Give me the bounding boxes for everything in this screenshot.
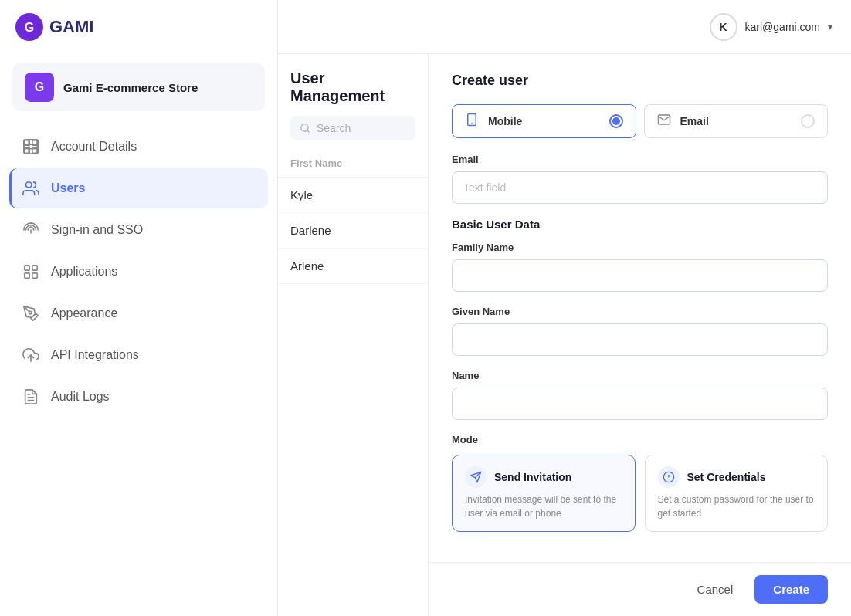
family-name-label: Family Name [452, 242, 828, 253]
mode-card-send-invitation[interactable]: Send Invitation Invitation message will … [452, 455, 636, 532]
tab-email-label: Email [680, 115, 709, 127]
user-list-panel: User Management First Name Kyle Darlene [278, 54, 429, 616]
mode-card-header-send-invitation: Send Invitation [465, 466, 622, 488]
pen-icon [22, 304, 40, 323]
name-label: Name [452, 370, 828, 381]
tab-email[interactable]: Email [644, 104, 829, 138]
cloud-icon [22, 346, 40, 364]
given-name-label: Given Name [452, 306, 828, 317]
contact-method-tabs: Mobile Email [452, 104, 828, 138]
gami-logo-icon: G [15, 13, 43, 41]
email-input[interactable] [452, 171, 828, 204]
svg-line-23 [307, 130, 310, 133]
sidebar-item-label-account-details: Account Details [51, 140, 137, 154]
create-button[interactable]: Create [754, 575, 828, 604]
search-icon [300, 123, 310, 134]
svg-point-18 [29, 311, 32, 314]
sidebar-item-label-sign-in-sso: Sign-in and SSO [51, 223, 143, 237]
app-name: GAMI [49, 17, 93, 37]
sidebar-item-users[interactable]: Users [9, 168, 268, 208]
user-list-column-header: First Name [278, 150, 428, 178]
building-icon [22, 137, 40, 156]
users-icon [22, 179, 40, 198]
sidebar-item-api-integrations[interactable]: API Integrations [9, 335, 268, 375]
email-icon [657, 113, 674, 130]
sidebar-item-label-api-integrations: API Integrations [51, 348, 139, 362]
sidebar-item-applications[interactable]: Applications [9, 252, 268, 292]
topbar: K karl@gami.com ▾ [278, 0, 851, 54]
family-name-input[interactable] [452, 259, 828, 292]
sidebar-item-label-applications: Applications [51, 265, 117, 279]
mode-card-header-set-credentials: Set Credentials [658, 466, 815, 488]
search-input[interactable] [317, 122, 406, 134]
list-item[interactable]: Arlene [278, 249, 428, 284]
set-credentials-icon [658, 466, 680, 488]
user-list: First Name Kyle Darlene Arlene [278, 150, 428, 616]
list-item[interactable]: Kyle [278, 178, 428, 213]
sidebar-header: G GAMI [0, 0, 277, 54]
list-item[interactable]: Darlene [278, 213, 428, 249]
send-invitation-icon [465, 466, 487, 488]
mobile-radio [609, 114, 623, 128]
svg-text:G: G [25, 21, 34, 34]
sidebar-item-sign-in-sso[interactable]: Sign-in and SSO [9, 210, 268, 250]
sidebar-item-audit-logs[interactable]: Audit Logs [9, 377, 268, 417]
email-field-label: Email [452, 154, 828, 165]
mobile-icon [465, 113, 482, 130]
content-area: User Management First Name Kyle Darlene [278, 54, 851, 616]
grid-icon [22, 262, 40, 281]
mode-card-set-credentials[interactable]: Set Credentials Set a custom password fo… [645, 455, 829, 532]
user-menu[interactable]: K karl@gami.com ▾ [710, 13, 832, 41]
store-avatar: G [25, 73, 54, 102]
store-selector[interactable]: G Gami E-commerce Store [12, 63, 265, 111]
fingerprint-icon [22, 221, 40, 239]
basic-user-data-title: Basic User Data [452, 218, 828, 231]
cancel-button[interactable]: Cancel [685, 575, 746, 604]
user-email: karl@gami.com [745, 21, 820, 33]
mode-card-desc-set-credentials: Set a custom password for the user to ge… [658, 492, 815, 520]
sidebar-item-appearance[interactable]: Appearance [9, 293, 268, 333]
mode-card-desc-send-invitation: Invitation message will be sent to the u… [465, 492, 622, 520]
panel-title: User Management [290, 69, 415, 105]
svg-rect-15 [32, 266, 37, 270]
mode-label: Mode [452, 434, 828, 445]
nav-list: Account Details Users [0, 120, 277, 616]
tab-mobile-label: Mobile [488, 115, 522, 127]
sidebar: G GAMI G Gami E-commerce Store Account D… [0, 0, 278, 616]
sidebar-item-account-details[interactable]: Account Details [9, 127, 268, 167]
mode-card-title-set-credentials: Set Credentials [687, 471, 766, 483]
store-name: Gami E-commerce Store [63, 81, 198, 94]
sidebar-item-label-appearance: Appearance [51, 306, 117, 320]
document-icon [22, 388, 40, 406]
create-user-container: Create user Mobile [429, 54, 851, 616]
search-box [290, 116, 415, 140]
mode-cards: Send Invitation Invitation message will … [452, 455, 828, 532]
user-avatar: K [710, 13, 737, 41]
svg-rect-8 [24, 140, 38, 154]
create-user-panel: Create user Mobile [429, 54, 851, 562]
svg-rect-16 [25, 273, 29, 278]
panel-header: User Management [278, 54, 428, 150]
svg-rect-14 [25, 266, 29, 270]
main-area: K karl@gami.com ▾ User Management [278, 0, 851, 616]
panel-footer: Cancel Create [429, 562, 851, 616]
svg-point-12 [26, 182, 32, 188]
logo-area: G GAMI [15, 13, 93, 41]
tab-mobile[interactable]: Mobile [452, 104, 636, 138]
chevron-down-icon: ▾ [828, 22, 832, 32]
svg-rect-17 [32, 273, 37, 278]
name-input[interactable] [452, 388, 828, 420]
create-user-title: Create user [452, 73, 828, 89]
given-name-input[interactable] [452, 323, 828, 356]
email-radio [801, 114, 815, 128]
sidebar-item-label-audit-logs: Audit Logs [51, 390, 110, 404]
sidebar-item-label-users: Users [51, 181, 85, 195]
mode-card-title-send-invitation: Send Invitation [494, 471, 571, 483]
